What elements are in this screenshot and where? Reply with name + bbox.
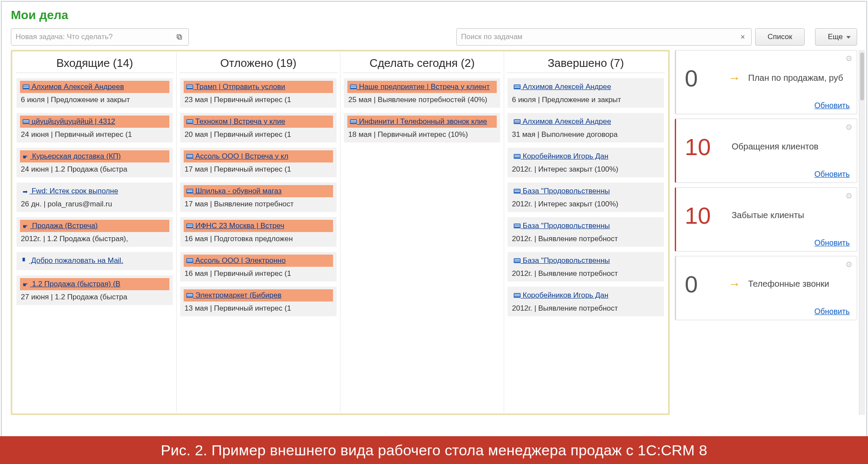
refresh-link[interactable]: Обновить — [685, 168, 851, 180]
svg-rect-18 — [187, 190, 193, 191]
task-card-title[interactable]: Инфинити | Телефонный звонок клие — [347, 116, 497, 128]
more-button[interactable]: Еще — [815, 28, 857, 46]
task-card[interactable]: База "Продовольственны2012г. | Выявление… — [508, 217, 664, 247]
arrow-right-icon: → — [728, 71, 740, 85]
scrollbar[interactable] — [859, 50, 865, 415]
task-card-title[interactable]: цйуцйцуйцуцййцй | 4312 — [20, 116, 169, 128]
task-card[interactable]: Техноком | Встреча у клие20 мая | Первич… — [180, 113, 337, 143]
task-card-title[interactable]: ☛ 1.2 Продажа (быстрая) (В — [20, 278, 169, 290]
task-card-title[interactable]: База "Продовольственны — [511, 185, 660, 197]
metric-value: 0 — [685, 65, 724, 92]
svg-rect-37 — [515, 87, 520, 88]
task-card[interactable]: ☛ Продажа (Встреча)2012г. | 1.2 Продажа … — [17, 217, 173, 247]
kanban-frame: Входящие (14) Алхимов Алексей Андреев6 и… — [11, 50, 670, 415]
task-card[interactable]: ▘ Добро пожаловать на Mail. — [17, 252, 173, 270]
clear-icon[interactable]: × — [738, 33, 748, 42]
task-card-title[interactable]: Трамп | Отправить услови — [184, 81, 333, 93]
gear-icon[interactable]: ⚙ — [845, 260, 852, 269]
task-card-title[interactable]: Техноком | Встреча у клие — [184, 116, 333, 128]
task-card[interactable]: Ассоль ООО | Встреча у кл17 мая | Первич… — [180, 148, 337, 177]
task-card[interactable]: Коробейников Игорь Дан2012г. | Выявление… — [508, 287, 664, 316]
task-card[interactable]: Шпилька - обувной магаз17 мая | Выявлени… — [180, 182, 337, 212]
task-card-subtitle: 24 июня | Первичный интерес (1 — [20, 128, 169, 139]
svg-rect-27 — [187, 294, 193, 295]
svg-rect-36 — [515, 86, 520, 86]
task-card-title[interactable]: Шпилька - обувной магаз — [184, 185, 333, 197]
svg-rect-31 — [351, 87, 356, 88]
task-card-title[interactable]: ИФНС 23 Москва | Встреч — [184, 220, 333, 232]
task-card-title[interactable]: Алхимов Алексей Андрее — [511, 116, 660, 128]
task-card-title[interactable]: Ассоль ООО | Электронно — [184, 255, 333, 267]
task-card-subtitle: 23 мая | Первичный интерес (1 — [184, 93, 333, 104]
task-card[interactable]: Трамп | Отправить услови23 мая | Первичн… — [180, 78, 337, 108]
search-input[interactable]: Поиск по задачам × — [456, 28, 752, 46]
task-card[interactable]: Алхимов Алексей Андреев6 июля | Предложе… — [17, 78, 173, 108]
svg-rect-19 — [187, 191, 193, 192]
task-card-title[interactable]: База "Продовольственны — [511, 220, 660, 232]
task-card[interactable]: цйуцйцуйцуцййцй | 431224 июня | Первичны… — [17, 113, 173, 143]
svg-rect-12 — [187, 120, 193, 121]
task-card-subtitle: 20 мая | Первичный интерес (1 — [184, 128, 333, 139]
task-card[interactable]: Инфинити | Телефонный звонок клие18 мая … — [344, 113, 500, 143]
task-card[interactable]: ➡ Fwd: Истек срок выполне26 дн. | pola_r… — [17, 182, 173, 212]
task-card-subtitle: 16 мая | Подготовка предложен — [184, 232, 333, 243]
task-card[interactable]: Электромаркет (Бибирев13 мая | Первичный… — [180, 287, 337, 316]
task-card-subtitle: 2012г. | Выявление потребност — [511, 302, 660, 313]
svg-rect-40 — [515, 122, 520, 123]
metric-panel: ⚙0→Телефонные звонкиОбновить — [675, 256, 857, 320]
task-card-title[interactable]: ➡ Fwd: Истек срок выполне — [20, 185, 169, 197]
gear-icon[interactable]: ⚙ — [845, 54, 852, 63]
task-card[interactable]: ☛ 1.2 Продажа (быстрая) (В27 июня | 1.2 … — [17, 275, 173, 305]
task-card-subtitle: 31 мая | Выполнение договора — [511, 128, 660, 139]
kanban-column: Входящие (14) Алхимов Алексей Андреев6 и… — [13, 52, 177, 413]
task-card-title[interactable]: Коробейников Игорь Дан — [511, 289, 660, 302]
task-card-subtitle: 2012г. | Выявление потребност — [511, 267, 660, 278]
task-card[interactable]: Алхимов Алексей Андрее6 июля | Предложен… — [508, 78, 664, 108]
svg-rect-3 — [23, 86, 29, 86]
task-card[interactable]: База "Продовольственны2012г. | Интерес з… — [508, 182, 664, 212]
task-card-title[interactable]: Наше предприятие | Встреча у клиент — [347, 81, 497, 93]
task-card[interactable]: ☛ Курьерская доставка (КП)24 июня | 1.2 … — [17, 148, 173, 177]
refresh-link[interactable]: Обновить — [685, 99, 851, 111]
task-card[interactable]: ИФНС 23 Москва | Встреч16 мая | Подготов… — [180, 217, 337, 247]
task-card[interactable]: База "Продовольственны2012г. | Выявление… — [508, 252, 664, 282]
svg-rect-6 — [23, 120, 29, 121]
refresh-link[interactable]: Обновить — [685, 237, 851, 249]
task-card-title[interactable]: ☛ Продажа (Встреча) — [20, 220, 169, 232]
gear-icon[interactable]: ⚙ — [845, 191, 852, 201]
arrow-right-icon: → — [728, 277, 740, 291]
svg-rect-39 — [515, 120, 520, 121]
task-card[interactable]: Алхимов Алексей Андрее31 мая | Выполнени… — [508, 113, 664, 143]
page-title: Мои дела — [11, 8, 857, 22]
list-button[interactable]: Список — [755, 28, 805, 46]
refresh-link[interactable]: Обновить — [685, 305, 851, 317]
task-card[interactable]: Коробейников Игорь Дан2012г. | Интерес з… — [508, 148, 664, 177]
svg-rect-0 — [178, 36, 182, 39]
svg-rect-51 — [515, 259, 520, 260]
svg-rect-1 — [177, 35, 181, 38]
new-task-input[interactable]: Новая задача: Что сделать? — [11, 28, 189, 46]
kanban-board: Входящие (14) Алхимов Алексей Андреев6 и… — [13, 52, 667, 413]
svg-rect-55 — [515, 295, 520, 296]
column-header: Входящие (14) — [16, 52, 174, 73]
task-card-title[interactable]: Коробейников Игорь Дан — [511, 150, 660, 162]
task-card-title[interactable]: Электромаркет (Бибирев — [184, 289, 333, 302]
scroll-thumb[interactable] — [860, 53, 864, 100]
gear-icon[interactable]: ⚙ — [845, 123, 852, 132]
task-card-title[interactable]: Алхимов Алексей Андрее — [511, 81, 660, 93]
svg-rect-30 — [351, 86, 356, 86]
task-card-title[interactable]: Алхимов Алексей Андреев — [20, 81, 169, 93]
task-card-title[interactable]: База "Продовольственны — [511, 255, 660, 267]
toolbar: Новая задача: Что сделать? Поиск по зада… — [11, 28, 857, 46]
task-card-title[interactable]: Ассоль ООО | Встреча у кл — [184, 150, 333, 162]
task-card[interactable]: Наше предприятие | Встреча у клиент25 ма… — [344, 78, 500, 108]
svg-rect-33 — [351, 120, 356, 121]
copy-icon[interactable] — [174, 31, 185, 43]
task-card-title[interactable]: ▘ Добро пожаловать на Mail. — [20, 255, 169, 267]
svg-rect-16 — [187, 156, 193, 157]
column-header: Завершено (7) — [507, 52, 665, 73]
task-card-subtitle: 13 мая | Первичный интерес (1 — [184, 302, 333, 313]
task-card[interactable]: Ассоль ООО | Электронно16 мая | Первичны… — [180, 252, 337, 282]
search-placeholder: Поиск по задачам — [461, 33, 522, 41]
task-card-title[interactable]: ☛ Курьерская доставка (КП) — [20, 150, 169, 162]
